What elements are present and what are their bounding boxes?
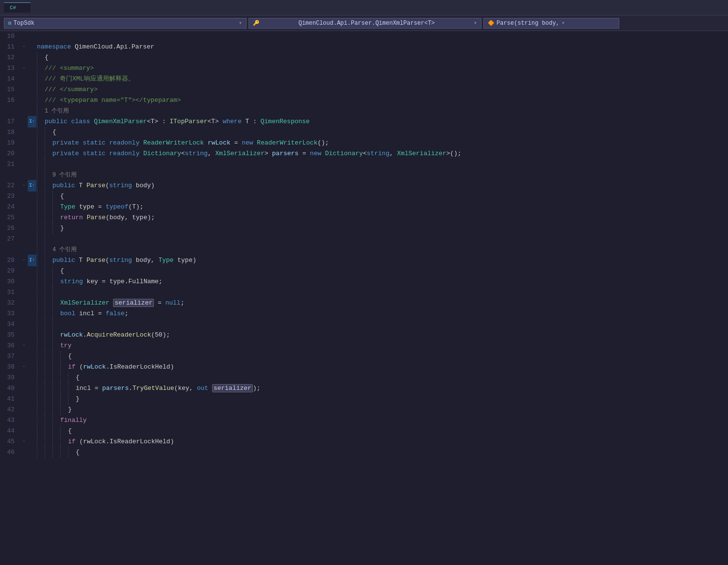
code-line: 27 — [2, 234, 728, 244]
code-line: 35rwLock.AcquireReaderLock(50); — [2, 330, 728, 340]
code-text: namespace QimenCloud.Api.Parser — [37, 42, 728, 52]
line-number: 11 — [2, 42, 20, 52]
fold-icon[interactable]: − — [20, 63, 27, 74]
code-line: 40incl = parsers.TryGetValue(key, out se… — [2, 383, 728, 394]
code-line: 18{ — [2, 127, 728, 138]
line-number: 30 — [2, 276, 20, 287]
code-text: rwLock.AcquireReaderLock(50); — [37, 330, 728, 340]
code-line: 46{ — [2, 447, 728, 458]
line-number: 18 — [2, 127, 20, 138]
line-number: 43 — [2, 415, 20, 426]
code-line: 26} — [2, 223, 728, 234]
line-number: 16 — [2, 95, 20, 106]
nav-bar: ⊞ TopSdk ▾ 🔑 QimenCloud.Api.Parser.Qimen… — [0, 16, 728, 31]
code-line: 28−I↑public T Parse(string body, Type ty… — [2, 255, 728, 266]
code-line: 1 个引用 — [2, 106, 728, 116]
fold-icon[interactable]: − — [20, 436, 27, 447]
code-line: 30string key = type.FullName; — [2, 276, 728, 287]
code-text: { — [37, 266, 728, 276]
code-text: return Parse(body, type); — [37, 212, 728, 223]
code-text: finally — [37, 415, 728, 426]
code-line: 9 个引用 — [2, 170, 728, 180]
code-line: 15/// </summary> — [2, 84, 728, 95]
line-number: 23 — [2, 191, 20, 202]
code-line: 45−if (rwLock.IsReaderLockHeld) — [2, 436, 728, 447]
breakpoint-indicator[interactable]: I↑ — [27, 255, 37, 266]
line-number: 45 — [2, 436, 20, 447]
file-icon: C# — [10, 5, 16, 11]
code-line: 22−I↑public T Parse(string body) — [2, 180, 728, 191]
fold-icon[interactable]: − — [20, 42, 27, 52]
topsdk-dropdown[interactable]: ⊞ TopSdk ▾ — [4, 18, 247, 29]
code-text: } — [37, 404, 728, 415]
code-text — [37, 287, 728, 298]
code-text: { — [37, 191, 728, 202]
code-line: 37{ — [2, 351, 728, 362]
line-number: 40 — [2, 383, 20, 394]
fold-icon[interactable]: − — [20, 180, 27, 191]
code-line: 12{ — [2, 52, 728, 63]
line-number: 34 — [2, 319, 20, 330]
line-number: 35 — [2, 330, 20, 340]
code-text: public T Parse(string body) — [37, 180, 728, 191]
code-text — [37, 319, 728, 330]
code-area: 1011−namespace QimenCloud.Api.Parser12{1… — [0, 31, 728, 565]
dropdown-arrow2: ▾ — [474, 19, 477, 27]
line-number: 26 — [2, 223, 20, 234]
code-text — [37, 159, 728, 170]
file-tab[interactable]: C# — [4, 2, 31, 13]
code-text: Type type = typeof(T); — [37, 202, 728, 212]
fold-icon[interactable]: − — [20, 255, 27, 266]
dropdown-arrow: ▾ — [239, 19, 242, 27]
code-text: try — [37, 340, 728, 351]
method-icon: 🔶 — [488, 20, 495, 26]
code-text: 9 个引用 — [37, 170, 728, 180]
code-line: 33bool incl = false; — [2, 308, 728, 319]
code-text: public class QimenXmlParser<T> : ITopPar… — [37, 116, 728, 127]
editor: 1011−namespace QimenCloud.Api.Parser12{1… — [0, 31, 728, 565]
code-line: 31 — [2, 287, 728, 298]
code-line: 21 — [2, 159, 728, 170]
fold-icon[interactable]: − — [20, 340, 27, 351]
title-bar: C# — [0, 0, 728, 16]
line-number: 33 — [2, 308, 20, 319]
code-line: 10 — [2, 31, 728, 42]
code-text: } — [37, 223, 728, 234]
code-text: { — [37, 447, 728, 458]
fold-icon[interactable]: − — [20, 362, 27, 372]
line-number: 39 — [2, 372, 20, 383]
code-text: { — [37, 351, 728, 362]
line-number: 41 — [2, 394, 20, 404]
line-number: 25 — [2, 212, 20, 223]
code-text: /// <typeparam name="T"></typeparam> — [37, 95, 728, 106]
code-text — [37, 234, 728, 244]
code-text: bool incl = false; — [37, 308, 728, 319]
code-line: 39{ — [2, 372, 728, 383]
parser-dropdown[interactable]: 🔑 QimenCloud.Api.Parser.QimenXmlParser<T… — [248, 18, 481, 29]
code-line: 41} — [2, 394, 728, 404]
breakpoint-indicator[interactable]: I↑ — [27, 116, 37, 128]
line-number: 32 — [2, 298, 20, 308]
code-line: 16/// <typeparam name="T"></typeparam> — [2, 95, 728, 106]
line-number: 14 — [2, 74, 20, 84]
code-line: 24Type type = typeof(T); — [2, 202, 728, 212]
line-number: 31 — [2, 287, 20, 298]
line-number: 19 — [2, 138, 20, 148]
code-line: 11−namespace QimenCloud.Api.Parser — [2, 42, 728, 52]
line-number: 28 — [2, 255, 20, 266]
method-dropdown[interactable]: 🔶 Parse(string body, ▾ — [483, 18, 619, 29]
dropdown-arrow3: ▾ — [562, 19, 565, 27]
code-line: 13−/// <summary> — [2, 63, 728, 74]
line-number: 37 — [2, 351, 20, 362]
breakpoint-indicator[interactable]: I↑ — [27, 180, 37, 192]
topsdk-label: ⊞ TopSdk — [8, 20, 34, 27]
line-number: 21 — [2, 159, 20, 170]
line-number: 13 — [2, 63, 20, 74]
code-line: 42} — [2, 404, 728, 415]
code-text: 4 个引用 — [37, 244, 728, 255]
code-text: { — [37, 127, 728, 138]
code-text: private static readonly Dictionary<strin… — [37, 148, 728, 159]
line-number: 17 — [2, 116, 20, 127]
code-text: { — [37, 52, 728, 63]
code-text: /// </summary> — [37, 84, 728, 95]
